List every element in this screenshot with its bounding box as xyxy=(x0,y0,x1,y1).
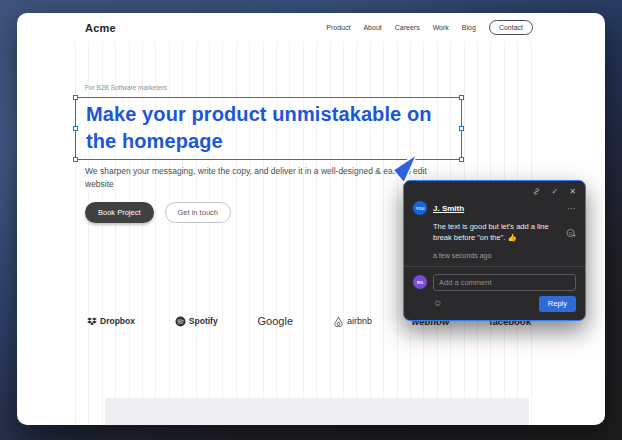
airbnb-logo: airbnb xyxy=(333,316,372,327)
nav-contact-button[interactable]: Contact xyxy=(489,20,533,35)
close-icon[interactable]: ✕ xyxy=(569,188,576,196)
selection-handle-bottom-left[interactable] xyxy=(73,157,78,162)
add-reaction-icon[interactable] xyxy=(566,228,576,238)
nav-item-blog[interactable]: Blog xyxy=(462,24,476,31)
add-comment-input[interactable] xyxy=(433,274,576,291)
hero-heading[interactable]: Make your product unmistakable on the ho… xyxy=(86,101,452,155)
cta-row: Book Project Get in touch xyxy=(85,202,231,223)
selection-handle-mid-right[interactable] xyxy=(459,126,464,131)
design-canvas: Acme Product About Careers Work Blog Con… xyxy=(0,0,622,440)
collaborator-cursor-icon xyxy=(392,153,419,185)
google-logo: Google xyxy=(258,315,293,327)
selection-handle-top-right[interactable] xyxy=(459,95,464,100)
dropbox-icon xyxy=(87,316,97,326)
reply-row: RG xyxy=(404,267,585,291)
site-nav: Product About Careers Work Blog Contact xyxy=(326,20,533,35)
text-selection-box[interactable]: Make your product unmistakable on the ho… xyxy=(75,97,462,160)
selection-handle-mid-left[interactable] xyxy=(73,126,78,131)
author-name: J. Smith xyxy=(433,204,464,213)
dropbox-logo: Dropbox xyxy=(87,316,135,326)
comment-popup[interactable]: ✓ ✕ YOU J. Smith ⋯ The text is good but … xyxy=(403,180,586,321)
hero-subtext: We sharpen your messaging, write the cop… xyxy=(85,165,435,191)
comment-author-row: YOU J. Smith ⋯ xyxy=(404,198,585,215)
author-avatar: YOU xyxy=(413,201,427,215)
reply-button[interactable]: Reply xyxy=(539,296,576,312)
reply-actions: ☺ Reply xyxy=(404,291,585,320)
copy-link-icon[interactable] xyxy=(532,187,541,196)
comment-toolbar: ✓ ✕ xyxy=(404,181,585,198)
section-placeholder xyxy=(105,398,529,425)
emoji-picker-icon[interactable]: ☺ xyxy=(433,299,442,308)
selection-handle-bottom-right[interactable] xyxy=(459,157,464,162)
resolve-check-icon[interactable]: ✓ xyxy=(552,188,559,196)
nav-item-product[interactable]: Product xyxy=(326,24,350,31)
hero-eyebrow: For B2B Software marketers xyxy=(85,84,167,91)
spotify-logo: Spotify xyxy=(175,316,218,327)
get-in-touch-button[interactable]: Get in touch xyxy=(165,202,231,223)
book-project-button[interactable]: Book Project xyxy=(85,202,154,223)
selection-handle-top-left[interactable] xyxy=(73,95,78,100)
nav-item-careers[interactable]: Careers xyxy=(395,24,420,31)
airbnb-icon xyxy=(333,316,344,327)
site-logo[interactable]: Acme xyxy=(85,22,116,34)
spotify-icon xyxy=(175,316,186,327)
comment-text: The text is good but let's add a line br… xyxy=(433,221,559,244)
nav-item-work[interactable]: Work xyxy=(433,24,449,31)
comment-options-icon[interactable]: ⋯ xyxy=(567,204,576,213)
comment-timestamp: a few seconds ago xyxy=(433,252,576,259)
reply-avatar: RG xyxy=(413,275,427,289)
nav-item-about[interactable]: About xyxy=(363,24,381,31)
